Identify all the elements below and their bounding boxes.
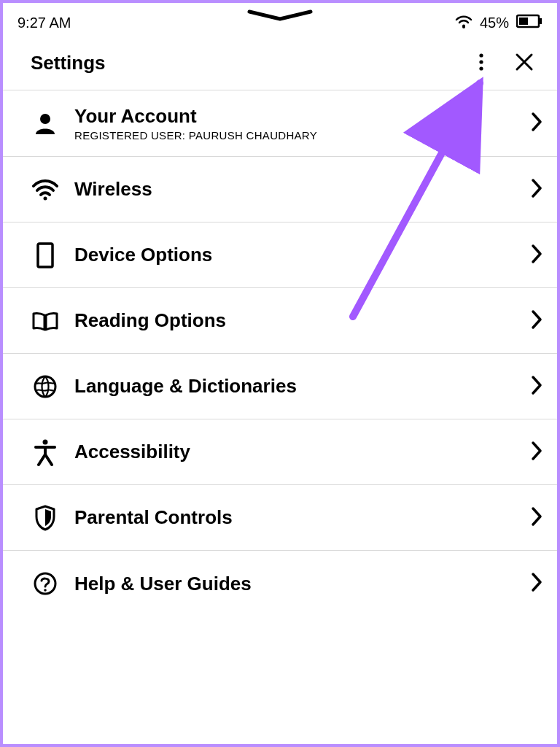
- row-title: Reading Options: [74, 309, 522, 332]
- chevron-right-icon: [531, 112, 542, 135]
- svg-point-13: [44, 589, 47, 592]
- chevron-right-icon: [531, 572, 542, 595]
- close-icon: [515, 63, 534, 74]
- wifi-status-icon: [455, 14, 472, 32]
- row-reading-options[interactable]: Reading Options: [3, 288, 557, 354]
- row-title: Help & User Guides: [74, 573, 522, 595]
- svg-point-8: [44, 196, 47, 200]
- row-subtitle: REGISTERED USER: PAURUSH CHAUDHARY: [74, 129, 522, 142]
- row-wireless[interactable]: Wireless: [3, 157, 557, 222]
- more-menu-button[interactable]: [475, 50, 487, 77]
- settings-header: Settings: [3, 36, 557, 90]
- row-title: Wireless: [74, 178, 522, 201]
- svg-point-0: [462, 24, 465, 27]
- chevron-right-icon: [531, 375, 542, 398]
- svg-point-11: [43, 439, 48, 444]
- globe-icon: [31, 374, 60, 399]
- svg-rect-2: [540, 18, 542, 24]
- pulldown-indicator[interactable]: [244, 9, 316, 23]
- status-time: 9:27 AM: [18, 15, 71, 31]
- row-device-options[interactable]: Device Options: [3, 222, 557, 288]
- row-title: Language & Dictionaries: [74, 375, 522, 398]
- chevron-right-icon: [531, 506, 542, 530]
- device-frame: 9:27 AM 45% Settings: [0, 0, 560, 747]
- chevron-right-icon: [531, 309, 542, 333]
- svg-point-7: [40, 114, 50, 124]
- row-help-guides[interactable]: Help & User Guides: [3, 551, 557, 616]
- row-language-dictionaries[interactable]: Language & Dictionaries: [3, 354, 557, 419]
- svg-rect-9: [38, 244, 52, 267]
- row-title: Accessibility: [74, 441, 522, 463]
- svg-point-10: [35, 376, 55, 397]
- svg-point-4: [479, 53, 483, 57]
- status-right: 45%: [455, 14, 542, 32]
- close-button[interactable]: [512, 50, 537, 77]
- row-parental-controls[interactable]: Parental Controls: [3, 485, 557, 551]
- row-accessibility[interactable]: Accessibility: [3, 419, 557, 485]
- battery-percent: 45%: [480, 15, 509, 31]
- wifi-icon: [31, 179, 60, 201]
- book-icon: [31, 310, 60, 332]
- more-vertical-icon: [478, 63, 484, 74]
- page-title: Settings: [31, 52, 106, 74]
- battery-icon: [516, 14, 542, 32]
- accessibility-icon: [31, 438, 60, 466]
- shield-icon: [31, 505, 60, 531]
- svg-point-5: [479, 60, 483, 63]
- chevron-right-icon: [531, 244, 542, 267]
- settings-list: Your Account REGISTERED USER: PAURUSH CH…: [3, 90, 557, 616]
- person-icon: [31, 111, 60, 136]
- tablet-icon: [31, 242, 60, 268]
- svg-point-6: [479, 66, 483, 70]
- chevron-right-icon: [531, 441, 542, 464]
- row-title: Your Account: [74, 105, 522, 128]
- row-title: Device Options: [74, 244, 522, 266]
- chevron-right-icon: [531, 178, 542, 201]
- row-title: Parental Controls: [74, 506, 522, 529]
- svg-rect-3: [519, 18, 528, 25]
- row-your-account[interactable]: Your Account REGISTERED USER: PAURUSH CH…: [3, 90, 557, 157]
- help-icon: [31, 571, 60, 596]
